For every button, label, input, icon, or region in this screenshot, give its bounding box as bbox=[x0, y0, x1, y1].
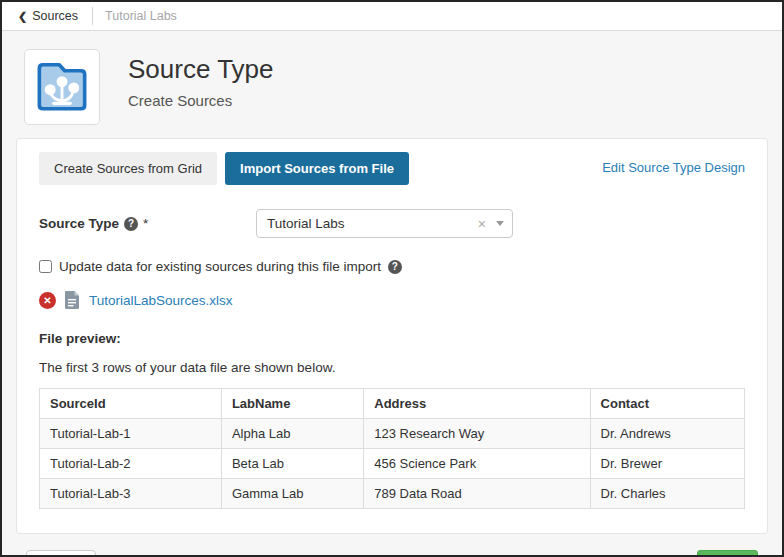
breadcrumb-back-label: Sources bbox=[32, 9, 78, 23]
cell-labname: Gamma Lab bbox=[221, 479, 363, 509]
cancel-button[interactable]: Cancel bbox=[26, 550, 96, 557]
help-icon[interactable]: ? bbox=[124, 217, 138, 231]
help-icon[interactable]: ? bbox=[388, 260, 402, 274]
breadcrumb-current: Tutorial Labs bbox=[105, 9, 177, 23]
breadcrumb-divider bbox=[92, 7, 93, 25]
table-row: Tutorial-Lab-1 Alpha Lab 123 Research Wa… bbox=[40, 419, 745, 449]
column-header-contact: Contact bbox=[590, 389, 744, 419]
import-button[interactable]: Import bbox=[697, 550, 758, 557]
clear-selection-icon[interactable]: × bbox=[478, 216, 486, 232]
cell-contact: Dr. Brewer bbox=[590, 449, 744, 479]
column-header-sourceid: SourceId bbox=[40, 389, 222, 419]
edit-source-type-design-link[interactable]: Edit Source Type Design bbox=[602, 160, 745, 175]
cell-contact: Dr. Charles bbox=[590, 479, 744, 509]
page-title: Source Type bbox=[128, 55, 274, 85]
breadcrumb: ❮ Sources Tutorial Labs bbox=[2, 2, 782, 31]
file-preview-description: The first 3 rows of your data file are s… bbox=[39, 360, 745, 375]
cell-address: 789 Data Road bbox=[364, 479, 590, 509]
update-existing-label: Update data for existing sources during … bbox=[59, 259, 381, 274]
update-existing-checkbox[interactable] bbox=[39, 260, 52, 273]
cell-address: 456 Science Park bbox=[364, 449, 590, 479]
source-type-icon-card bbox=[24, 49, 100, 125]
update-existing-row: Update data for existing sources during … bbox=[39, 259, 745, 274]
attached-file-row: ✕ TutorialLabSources.xlsx bbox=[39, 291, 745, 309]
chevron-left-icon: ❮ bbox=[18, 11, 27, 22]
required-marker: * bbox=[143, 216, 148, 231]
column-header-labname: LabName bbox=[221, 389, 363, 419]
table-row: Tutorial-Lab-3 Gamma Lab 789 Data Road D… bbox=[40, 479, 745, 509]
page-header: Source Type Create Sources bbox=[16, 49, 768, 125]
cell-labname: Alpha Lab bbox=[221, 419, 363, 449]
cell-sourceid: Tutorial-Lab-1 bbox=[40, 419, 222, 449]
cell-sourceid: Tutorial-Lab-3 bbox=[40, 479, 222, 509]
cell-address: 123 Research Way bbox=[364, 419, 590, 449]
chevron-down-icon[interactable] bbox=[496, 221, 504, 226]
tab-group: Create Sources from Grid Import Sources … bbox=[39, 152, 409, 185]
breadcrumb-back-link[interactable]: ❮ Sources bbox=[14, 9, 82, 23]
source-type-select[interactable]: Tutorial Labs × bbox=[256, 209, 513, 238]
file-preview-table: SourceId LabName Address Contact Tutoria… bbox=[39, 388, 745, 509]
tab-create-sources-from-grid[interactable]: Create Sources from Grid bbox=[39, 152, 217, 185]
cell-labname: Beta Lab bbox=[221, 449, 363, 479]
sources-folder-icon bbox=[33, 60, 91, 114]
tab-import-sources-from-file[interactable]: Import Sources from File bbox=[225, 152, 409, 185]
source-type-field-label: Source Type ? * bbox=[39, 216, 256, 231]
import-panel: Create Sources from Grid Import Sources … bbox=[16, 138, 768, 534]
table-row: Tutorial-Lab-2 Beta Lab 456 Science Park… bbox=[40, 449, 745, 479]
source-type-selected-value: Tutorial Labs bbox=[267, 216, 478, 231]
file-preview-heading: File preview: bbox=[39, 331, 745, 346]
table-header-row: SourceId LabName Address Contact bbox=[40, 389, 745, 419]
file-icon bbox=[65, 291, 80, 309]
cell-sourceid: Tutorial-Lab-2 bbox=[40, 449, 222, 479]
attached-file-link[interactable]: TutorialLabSources.xlsx bbox=[89, 293, 233, 308]
page-subtitle: Create Sources bbox=[128, 92, 274, 109]
cell-contact: Dr. Andrews bbox=[590, 419, 744, 449]
column-header-address: Address bbox=[364, 389, 590, 419]
remove-file-icon[interactable]: ✕ bbox=[39, 292, 56, 309]
